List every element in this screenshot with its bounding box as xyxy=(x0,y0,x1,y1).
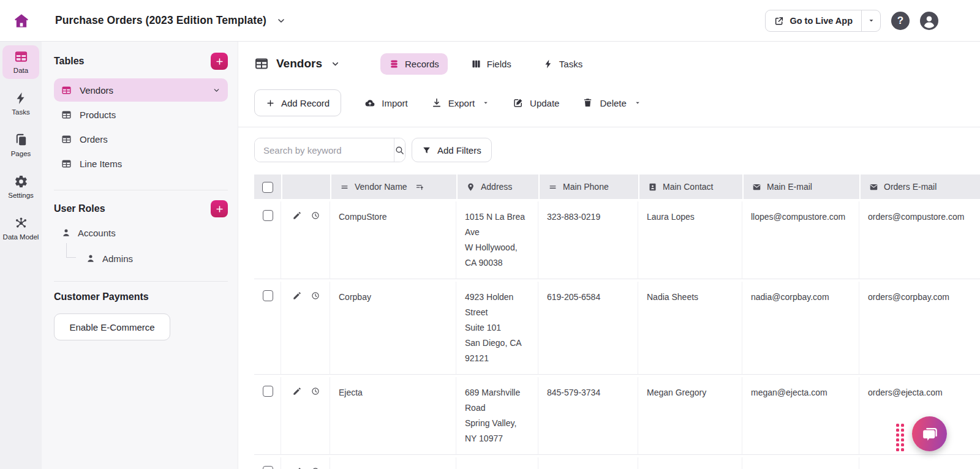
add-record-button[interactable]: Add Record xyxy=(254,89,341,116)
external-link-icon xyxy=(774,16,784,26)
add-filters-label: Add Filters xyxy=(437,145,481,156)
cell-main-email: nadia@corpbay.com xyxy=(742,282,859,375)
column-header-label: Vendor Name xyxy=(355,182,407,192)
rail-item-label: Pages xyxy=(11,150,31,158)
tab-label: Tasks xyxy=(559,59,582,69)
columns-icon xyxy=(471,59,481,69)
column-header-orders-e-mail[interactable]: Orders E-mail xyxy=(859,174,980,199)
text-field-icon xyxy=(340,182,349,192)
cell-orders-email: jon@macroserve.com xyxy=(859,457,980,469)
user-roles-heading: User Roles xyxy=(54,203,105,214)
rail-item-settings[interactable]: Settings xyxy=(2,170,39,204)
sidebar-table-label: Orders xyxy=(80,134,108,144)
sidebar-divider xyxy=(54,190,228,190)
record-history-icon[interactable] xyxy=(311,291,320,301)
tab-records[interactable]: Records xyxy=(380,53,448,75)
rail-item-data-model[interactable]: Data Model xyxy=(2,212,39,246)
cell-vendor-name: Macroserve xyxy=(330,457,456,469)
rail-item-label: Data Model xyxy=(3,233,39,241)
cell-main-phone: 310-602-4009 xyxy=(538,457,638,469)
sidebar-role-accounts[interactable]: Accounts xyxy=(54,225,228,241)
tab-label: Fields xyxy=(487,59,511,69)
envelope-field-icon xyxy=(752,182,761,192)
select-all-checkbox[interactable] xyxy=(262,182,273,193)
download-icon xyxy=(431,97,442,108)
caret-down-icon xyxy=(482,99,489,107)
top-bar: Purchase Orders (2023 Edition Template) … xyxy=(0,0,980,42)
add-table-button[interactable] xyxy=(211,53,228,70)
update-button[interactable]: Update xyxy=(513,97,559,108)
row-checkbox[interactable] xyxy=(263,466,273,469)
cell-main-contact: Laura Lopes xyxy=(638,201,742,279)
edit-record-icon[interactable] xyxy=(292,467,302,469)
go-to-live-app-dropdown[interactable] xyxy=(861,10,880,31)
row-checkbox[interactable] xyxy=(263,210,273,221)
tree-connector xyxy=(66,243,76,258)
contact-field-icon xyxy=(648,182,657,192)
add-user-role-button[interactable] xyxy=(211,200,228,217)
sidebar-table-vendors[interactable]: Vendors xyxy=(54,78,228,102)
table-row: Corpbay 4923 Holden StreetSuite 101San D… xyxy=(254,282,980,375)
table-row: Ejecta 689 Marshville RoadSpring Valley,… xyxy=(254,377,980,455)
rail-item-pages[interactable]: Pages xyxy=(2,129,39,162)
rail-item-tasks[interactable]: Tasks xyxy=(2,87,39,121)
search-input[interactable] xyxy=(255,138,394,162)
app-title: Purchase Orders (2023 Edition Template) xyxy=(55,14,266,27)
column-header-address[interactable]: Address xyxy=(456,174,538,199)
sidebar-table-label: Line Items xyxy=(80,159,122,169)
cell-vendor-name: Corpbay xyxy=(330,282,456,375)
home-icon[interactable] xyxy=(11,10,32,31)
row-checkbox[interactable] xyxy=(263,386,273,397)
enable-ecommerce-button[interactable]: Enable E-Commerce xyxy=(54,313,170,340)
record-history-icon[interactable] xyxy=(311,467,320,469)
delete-button[interactable]: Delete xyxy=(582,97,641,108)
bolt-icon xyxy=(14,91,28,105)
tab-tasks[interactable]: Tasks xyxy=(535,53,591,75)
cell-main-contact: Jon Samuels xyxy=(638,457,742,469)
cell-address: 689 Marshville RoadSpring Valley, NY 109… xyxy=(456,377,538,455)
export-button[interactable]: Export xyxy=(431,97,489,108)
chevron-down-icon xyxy=(213,86,221,94)
cell-main-phone: 323-883-0219 xyxy=(538,201,638,279)
cell-main-email: megan@ejecta.com xyxy=(742,377,859,455)
edit-record-icon[interactable] xyxy=(292,211,302,220)
add-filters-button[interactable]: Add Filters xyxy=(412,138,492,162)
records-table: Vendor Name Address Main Phone Main Cont… xyxy=(254,172,980,469)
cell-vendor-name: Ejecta xyxy=(330,377,456,455)
sort-icon[interactable] xyxy=(415,182,424,192)
search-icon[interactable] xyxy=(394,138,405,162)
help-icon[interactable]: ? xyxy=(891,12,910,30)
column-header-label: Orders E-mail xyxy=(884,182,937,192)
sidebar-role-label: Admins xyxy=(102,253,133,264)
account-avatar[interactable] xyxy=(920,12,938,30)
sidebar-role-admins[interactable]: Admins xyxy=(78,250,228,266)
drag-handle-dots[interactable] xyxy=(896,424,904,451)
edit-record-icon[interactable] xyxy=(292,386,302,396)
go-to-live-app-button[interactable]: Go to Live App xyxy=(766,10,861,31)
column-header-label: Main Contact xyxy=(663,182,713,192)
record-history-icon[interactable] xyxy=(311,211,320,220)
sidebar-table-orders[interactable]: Orders xyxy=(54,127,228,151)
column-header-label: Main E-mail xyxy=(767,182,812,192)
sidebar-table-products[interactable]: Products xyxy=(54,103,228,126)
network-icon xyxy=(14,216,28,230)
record-history-icon[interactable] xyxy=(311,386,320,396)
import-button[interactable]: Import xyxy=(364,97,408,108)
tab-fields[interactable]: Fields xyxy=(462,53,520,75)
app-title-chevron-down-icon[interactable] xyxy=(276,16,286,26)
edit-record-icon[interactable] xyxy=(292,291,302,301)
main-content: Vendors Records Fields Tasks Add Record … xyxy=(238,42,980,469)
column-header-main-e-mail[interactable]: Main E-mail xyxy=(742,174,859,199)
table-title-chevron-down-icon[interactable] xyxy=(331,59,340,69)
column-header-vendor-name[interactable]: Vendor Name xyxy=(330,174,456,199)
cell-main-email: llopes@compustore.com xyxy=(742,201,859,279)
sidebar-table-line-items[interactable]: Line Items xyxy=(54,152,228,175)
row-checkbox[interactable] xyxy=(263,290,273,301)
trash-icon xyxy=(582,97,594,108)
rail-item-data[interactable]: Data xyxy=(2,45,39,79)
chat-widget-button[interactable] xyxy=(912,416,947,451)
column-header-main-phone[interactable]: Main Phone xyxy=(538,174,638,199)
table-icon xyxy=(254,56,269,71)
bolt-icon xyxy=(543,59,554,69)
column-header-main-contact[interactable]: Main Contact xyxy=(638,174,742,199)
